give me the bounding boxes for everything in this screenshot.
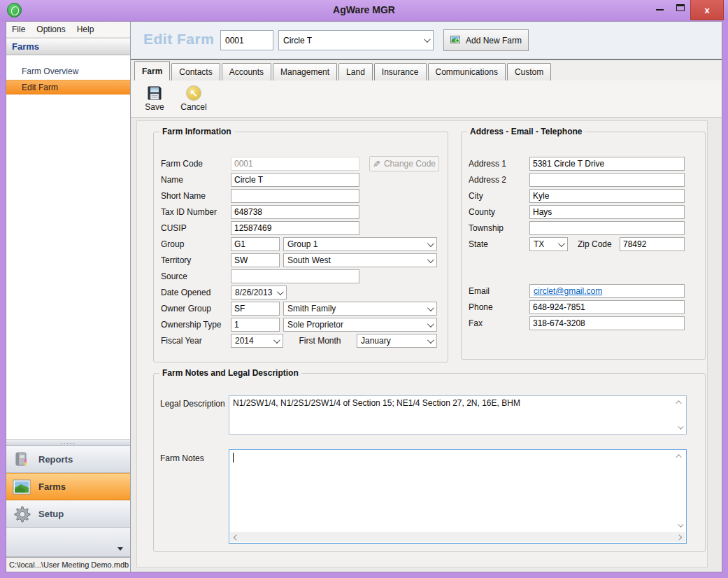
email-link[interactable]: circlet@gmail.com [534,286,602,296]
short-name-label: Short Name [161,191,231,201]
address2-input[interactable] [529,173,685,187]
tab-insurance[interactable]: Insurance [374,63,427,80]
zip-code-input[interactable] [620,237,685,251]
owner-group-combo[interactable]: Smith Family [283,302,437,316]
tab-contacts[interactable]: Contacts [171,63,220,80]
group-combo[interactable]: Group 1 [283,237,437,251]
farm-code-input [231,157,359,171]
fiscal-year-combo[interactable]: 2014 [231,334,283,348]
phone-input[interactable] [529,300,685,314]
email-label: Email [469,286,529,296]
date-opened-label: Date Opened [161,288,231,297]
window-title: AgWare MGR [0,4,728,15]
date-opened-value: 8/26/2013 [235,288,272,297]
first-month-label: First Month [283,336,357,346]
tax-id-input[interactable] [231,205,359,219]
save-button[interactable]: Save [138,83,171,115]
source-label: Source [161,272,231,281]
legal-description-field: N1/2SW1/4, N1/2S1/2SW1/4 of Section 15; … [229,395,687,435]
sidebar-splitter[interactable]: ..... [6,439,130,446]
territory-combo-value: South West [287,255,331,265]
owner-group-code-input[interactable] [231,302,280,316]
farm-notes-group: Farm Notes and Legal Description Legal D… [153,373,706,552]
tab-communications[interactable]: Communications [428,63,506,80]
email-input[interactable]: circlet@gmail.com [529,284,685,298]
page-title: Edit Farm [143,31,214,48]
fax-label: Fax [469,318,529,328]
date-opened-picker[interactable]: 8/26/2013 [231,286,287,299]
nav-farms-button[interactable]: Farms [6,473,130,500]
farm-select-combo[interactable]: Circle T [278,30,434,50]
state-combo[interactable]: TX [529,237,568,251]
address1-input[interactable] [529,157,685,171]
tab-strip: Farm Contacts Accounts Management Land I… [131,59,722,80]
name-input[interactable] [231,173,359,187]
farm-code-label: Farm Code [161,159,231,169]
menubar: File Options Help [6,22,130,38]
fiscal-year-value: 2014 [235,336,254,346]
farm-code-header-input[interactable] [220,30,273,50]
nav-setup-label: Setup [38,509,64,519]
scroll-right-icon[interactable] [676,534,682,540]
add-new-farm-label: Add New Farm [466,36,522,45]
first-month-combo[interactable]: January [357,334,437,348]
tab-farm[interactable]: Farm [134,61,170,80]
state-label: State [469,239,529,249]
save-label: Save [145,102,164,112]
ownership-type-label: Ownership Type [161,320,231,330]
minimize-button[interactable] [650,0,670,15]
add-new-farm-button[interactable]: Add New Farm [443,29,529,51]
short-name-input[interactable] [231,189,359,203]
close-button[interactable]: x [690,0,724,20]
territory-label: Territory [161,255,231,265]
change-code-button[interactable]: ✎ Change Code [369,156,439,171]
group-combo-value: Group 1 [287,239,317,249]
main-area: Edit Farm Circle T Add Ne [131,22,722,572]
form-panel: Farm Information Farm Code ✎ Change Code… [136,120,708,568]
menu-file[interactable]: File [12,24,25,34]
ownership-type-code-input[interactable] [231,318,280,332]
farm-information-title: Farm Information [159,127,234,136]
tab-accounts[interactable]: Accounts [222,63,271,80]
group-label: Group [161,239,231,249]
owner-group-label: Owner Group [161,304,231,313]
titlebar: AgWare MGR x [0,0,728,21]
fiscal-year-label: Fiscal Year [161,336,231,346]
county-input[interactable] [529,205,685,219]
menu-options[interactable]: Options [36,24,65,34]
city-input[interactable] [529,189,685,203]
cusip-input[interactable] [231,221,359,235]
address-group-title: Address - Email - Telephone [467,127,585,136]
nav-setup-button[interactable]: Setup [6,500,130,528]
nav-overflow-chevron-icon[interactable] [117,547,123,551]
name-label: Name [161,175,231,185]
horizontal-scrollbar[interactable] [230,532,685,542]
maximize-button[interactable] [670,0,690,15]
chevron-down-icon [427,320,434,327]
first-month-value: January [361,336,391,346]
close-icon: x [704,5,709,15]
farm-notes-textarea[interactable] [229,450,686,543]
scroll-left-icon[interactable] [234,534,239,540]
ownership-type-combo-value: Sole Proprietor [287,320,343,330]
cancel-label: Cancel [180,102,206,112]
tab-land[interactable]: Land [338,63,373,80]
fax-input[interactable] [529,316,685,330]
township-input[interactable] [529,221,685,235]
tab-custom[interactable]: Custom [507,63,551,80]
tax-id-label: Tax ID Number [161,207,231,217]
chevron-down-icon [424,36,431,43]
group-code-input[interactable] [231,237,280,251]
menu-help[interactable]: Help [77,24,94,34]
ownership-type-combo[interactable]: Sole Proprietor [283,318,437,332]
source-input[interactable] [231,269,359,283]
sidebar-item-edit-farm[interactable]: Edit Farm [6,80,130,94]
sidebar-item-farm-overview[interactable]: Farm Overview [6,64,130,78]
cancel-button[interactable]: ↖ Cancel [177,83,210,115]
tab-management[interactable]: Management [273,63,337,80]
territory-combo[interactable]: South West [283,253,437,267]
nav-reports-button[interactable]: Reports [6,446,130,473]
legal-description-textarea[interactable]: N1/2SW1/4, N1/2S1/2SW1/4 of Section 15; … [229,396,686,434]
splitter-grip-icon: ..... [60,440,76,443]
territory-code-input[interactable] [231,253,280,267]
